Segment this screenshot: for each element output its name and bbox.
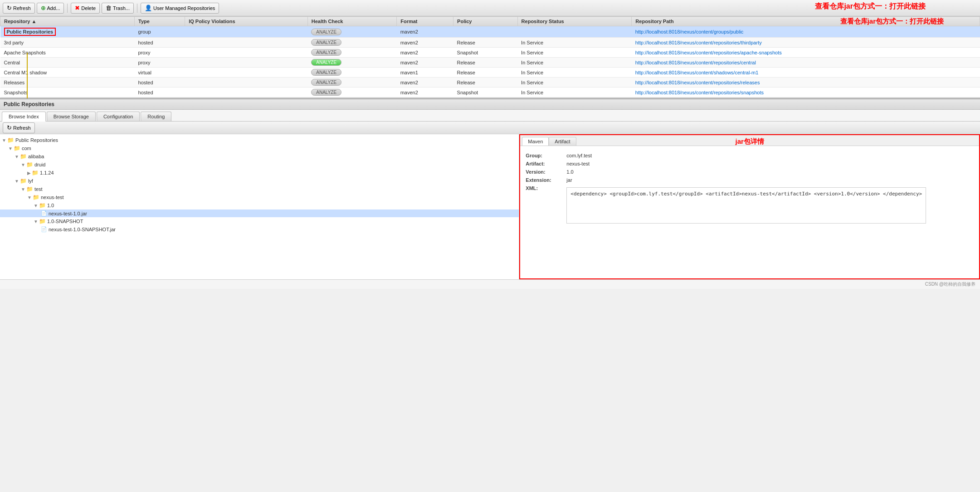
cell-status: In Service bbox=[517, 88, 632, 97]
analyze-button[interactable]: ANALYZE bbox=[311, 49, 341, 56]
cell-policy: Release bbox=[453, 78, 518, 88]
tree-item[interactable]: ▶📁1.1.24 bbox=[0, 169, 519, 177]
tree-item[interactable]: ▼📁alibaba bbox=[0, 152, 519, 161]
cell-status: In Service bbox=[517, 68, 632, 78]
tree-item-label: com bbox=[22, 146, 31, 151]
repo-path-link[interactable]: http://localhost:8018/nexus/content/repo… bbox=[635, 60, 756, 65]
repo-path-link[interactable]: http://localhost:8018/nexus/content/repo… bbox=[635, 50, 782, 55]
expand-icon: ▶ bbox=[27, 170, 31, 175]
col-repository[interactable]: Repository ▲ bbox=[0, 17, 135, 26]
tab-browse-storage[interactable]: Browse Storage bbox=[47, 112, 96, 121]
tab-browse-index[interactable]: Browse Index bbox=[2, 112, 46, 122]
table-row[interactable]: CentralproxyANALYZEmaven2ReleaseIn Servi… bbox=[0, 58, 980, 68]
table-header-row: Repository ▲ Type IQ Policy Violations H… bbox=[0, 17, 980, 26]
delete-icon: ✖ bbox=[75, 5, 80, 11]
refresh-button[interactable]: ↻ Refresh bbox=[3, 3, 35, 14]
repo-path-link[interactable]: http://localhost:8018/nexus/content/repo… bbox=[635, 40, 762, 45]
user-managed-button[interactable]: 👤 User Managed Repositories bbox=[141, 3, 219, 14]
tree-item[interactable]: ▼📁1.0 bbox=[0, 201, 519, 209]
col-iq[interactable]: IQ Policy Violations bbox=[185, 17, 308, 26]
expand-icon: ▼ bbox=[15, 154, 19, 159]
expand-icon: ▼ bbox=[2, 138, 6, 143]
tree-item-label: 1.0 bbox=[47, 203, 54, 208]
detail-tab-maven[interactable]: Maven bbox=[522, 137, 549, 146]
bottom-refresh-button[interactable]: ↻ Refresh bbox=[3, 122, 35, 133]
xml-block: <dependency> <groupId>com.lyf.test</grou… bbox=[566, 187, 926, 224]
col-type[interactable]: Type bbox=[135, 17, 185, 26]
table-row[interactable]: Public RepositoriesgroupANALYZEmaven2htt… bbox=[0, 26, 980, 38]
table-row[interactable]: SnapshotshostedANALYZEmaven2SnapshotIn S… bbox=[0, 88, 980, 97]
tree-item-label: 1.0-SNAPSHOT bbox=[47, 219, 83, 224]
trash-button[interactable]: 🗑 Trash... bbox=[102, 3, 134, 14]
tab-routing[interactable]: Routing bbox=[141, 112, 171, 121]
cell-path: http://localhost:8018/nexus/content/repo… bbox=[632, 38, 980, 48]
cell-healthcheck: ANALYZE bbox=[307, 58, 396, 68]
footer: CSDN @吃柿的自我修养 bbox=[0, 279, 980, 289]
expand-icon: ▼ bbox=[34, 203, 38, 208]
cell-iq bbox=[185, 26, 308, 38]
cell-format: maven2 bbox=[397, 58, 453, 68]
tree-item[interactable]: 📄nexus-test-1.0.jar bbox=[0, 209, 519, 217]
tree-item-label: 1.1.24 bbox=[40, 170, 54, 175]
tree-item[interactable]: 📄nexus-test-1.0-SNAPSHOT.jar bbox=[0, 225, 519, 233]
tree-item[interactable]: ▼📁1.0-SNAPSHOT bbox=[0, 217, 519, 225]
repo-path-link[interactable]: http://localhost:8018/nexus/content/repo… bbox=[635, 90, 764, 95]
cell-type: hosted bbox=[135, 88, 185, 97]
table-row[interactable]: 3rd partyhostedANALYZEmaven2ReleaseIn Se… bbox=[0, 38, 980, 48]
tree-item[interactable]: ▼📁nexus-test bbox=[0, 193, 519, 201]
analyze-button[interactable]: ANALYZE bbox=[311, 69, 341, 76]
cell-healthcheck: ANALYZE bbox=[307, 68, 396, 78]
add-button[interactable]: ⊕ Add... bbox=[37, 3, 64, 14]
cell-iq bbox=[185, 48, 308, 58]
table-row[interactable]: Central M1 shadowvirtualANALYZEmaven1Rel… bbox=[0, 68, 980, 78]
folder-icon: 📁 bbox=[33, 194, 39, 200]
cell-type: group bbox=[135, 26, 185, 38]
col-policy[interactable]: Policy bbox=[453, 17, 518, 26]
tree-item[interactable]: ▼📁druid bbox=[0, 161, 519, 169]
cell-name: Central M1 shadow bbox=[0, 68, 135, 78]
cell-iq bbox=[185, 78, 308, 88]
cell-policy bbox=[453, 26, 518, 38]
page-wrapper: ↻ Refresh ⊕ Add... ✖ Delete 🗑 Trash... 👤… bbox=[0, 0, 980, 289]
detail-tab-artifact[interactable]: Artifact bbox=[549, 137, 576, 146]
repo-path-link[interactable]: http://localhost:8018/nexus/content/shad… bbox=[635, 70, 759, 75]
analyze-button[interactable]: ANALYZE bbox=[311, 59, 341, 66]
cell-name: Releases bbox=[0, 78, 135, 88]
cell-policy: Snapshot bbox=[453, 48, 518, 58]
cell-status: In Service bbox=[517, 38, 632, 48]
tree-item[interactable]: ▼📁Public Repositories bbox=[0, 136, 519, 144]
analyze-button[interactable]: ANALYZE bbox=[311, 79, 341, 86]
detail-xml-row: XML: <dependency> <groupId>com.lyf.test<… bbox=[526, 184, 974, 225]
table-row[interactable]: ReleaseshostedANALYZEmaven2ReleaseIn Ser… bbox=[0, 78, 980, 88]
cell-format: maven2 bbox=[397, 48, 453, 58]
repository-table-body: Public RepositoriesgroupANALYZEmaven2htt… bbox=[0, 26, 980, 97]
cell-path: http://localhost:8018/nexus/content/repo… bbox=[632, 88, 980, 97]
expand-icon: ▼ bbox=[27, 195, 32, 200]
file-icon: 📄 bbox=[41, 226, 47, 232]
table-row[interactable]: Apache SnapshotsproxyANALYZEmaven2Snapsh… bbox=[0, 48, 980, 58]
repositories-panel: 查看仓库jar包方式一：打开此链接 Repository ▲ Type IQ P… bbox=[0, 16, 980, 98]
col-health[interactable]: Health Check bbox=[307, 17, 396, 26]
analyze-button[interactable]: ANALYZE bbox=[311, 39, 341, 46]
col-format[interactable]: Format bbox=[397, 17, 453, 26]
analyze-button[interactable]: ANALYZE bbox=[311, 89, 341, 96]
cell-type: virtual bbox=[135, 68, 185, 78]
folder-icon: 📁 bbox=[14, 145, 20, 151]
folder-icon: 📁 bbox=[39, 202, 46, 209]
col-path[interactable]: Repository Path bbox=[632, 17, 980, 26]
cell-iq bbox=[185, 58, 308, 68]
tree-item[interactable]: ▼📁test bbox=[0, 185, 519, 193]
folder-icon: 📁 bbox=[26, 186, 33, 192]
cell-policy: Release bbox=[453, 58, 518, 68]
cell-healthcheck: ANALYZE bbox=[307, 78, 396, 88]
expand-icon: ▼ bbox=[8, 146, 13, 151]
analyze-button[interactable]: ANALYZE bbox=[311, 29, 341, 35]
tree-item[interactable]: ▼📁lyf bbox=[0, 177, 519, 185]
bottom-tabs: Browse Index Browse Storage Configuratio… bbox=[0, 110, 980, 122]
repo-path-link[interactable]: http://localhost:8018/nexus/content/grou… bbox=[635, 29, 744, 34]
repo-path-link[interactable]: http://localhost:8018/nexus/content/repo… bbox=[635, 80, 760, 85]
col-status[interactable]: Repository Status bbox=[517, 17, 632, 26]
delete-button[interactable]: ✖ Delete bbox=[71, 3, 100, 14]
tab-configuration[interactable]: Configuration bbox=[97, 112, 140, 121]
tree-item[interactable]: ▼📁com bbox=[0, 144, 519, 152]
